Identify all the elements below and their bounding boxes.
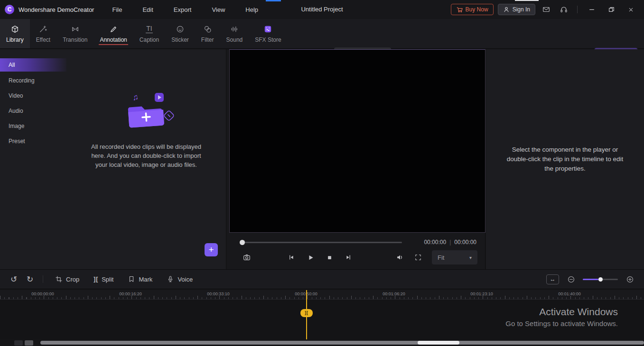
menu-help[interactable]: Help xyxy=(245,6,258,13)
app-logo-icon: C xyxy=(5,5,14,14)
tab-sticker[interactable]: Sticker xyxy=(165,19,195,48)
mark-button[interactable]: Mark xyxy=(121,272,159,286)
title-bar-left: C Wondershare DemoCreator File Edit Expo… xyxy=(0,5,258,14)
activate-windows-watermark: Activate Windows Go to Settings to activ… xyxy=(505,306,618,328)
sticker-icon xyxy=(176,25,185,34)
library-icon xyxy=(10,25,19,34)
seek-handle[interactable] xyxy=(240,240,245,245)
maximize-button[interactable] xyxy=(604,0,619,19)
menu-bar: File Edit Export View Help xyxy=(112,6,258,13)
chevron-down-icon: ▾ xyxy=(469,255,472,260)
minimize-button[interactable] xyxy=(584,0,599,19)
tab-library[interactable]: Library xyxy=(0,19,30,48)
transition-icon xyxy=(71,25,80,34)
menu-edit[interactable]: Edit xyxy=(142,6,153,13)
redo-button[interactable]: ↻ xyxy=(22,272,38,286)
sidebar-item-recording[interactable]: Recording xyxy=(0,73,66,88)
feature-tabs: Library Effect Transition Annotation TI … xyxy=(0,19,644,48)
tab-sfx-store[interactable]: SFX Store xyxy=(249,19,287,48)
next-frame-icon xyxy=(345,254,352,261)
filter-icon xyxy=(203,25,212,34)
svg-text:♫: ♫ xyxy=(131,92,139,102)
sfx-store-icon xyxy=(263,25,272,34)
timeline-toolbar: ↺ ↻ Crop ][ Split Mark Voice ↔ xyxy=(0,269,644,289)
zoom-out-button[interactable] xyxy=(566,274,576,284)
timeline-track-area[interactable]: Activate Windows Go to Settings to activ… xyxy=(0,300,644,339)
volume-icon xyxy=(396,253,404,262)
horizontal-scrollbar-track[interactable] xyxy=(40,341,644,345)
close-button[interactable] xyxy=(623,0,638,19)
next-frame-button[interactable] xyxy=(341,250,355,264)
top-accent-line xyxy=(266,0,281,1)
tab-filter[interactable]: Filter xyxy=(195,19,220,48)
fullscreen-icon xyxy=(414,254,422,261)
crop-button[interactable]: Crop xyxy=(48,272,86,286)
tab-label: Caption xyxy=(140,36,159,43)
previous-frame-icon xyxy=(288,254,295,261)
close-icon xyxy=(628,7,634,13)
sidebar-item-audio[interactable]: Audio xyxy=(0,103,66,118)
video-preview[interactable] xyxy=(229,49,485,233)
watermark-title: Activate Windows xyxy=(505,306,618,318)
fit-timeline-button[interactable]: ↔ xyxy=(546,274,559,284)
ruler-major-ticks xyxy=(0,296,644,299)
snapshot-button[interactable] xyxy=(240,250,254,264)
app-name: Wondershare DemoCreator xyxy=(19,6,94,13)
buy-now-label: Buy Now xyxy=(466,6,488,13)
headset-icon xyxy=(560,5,568,14)
microphone-icon xyxy=(167,275,174,283)
crop-icon xyxy=(55,275,63,283)
volume-button[interactable] xyxy=(393,250,407,264)
player-right-controls: Fit ▾ xyxy=(393,250,477,264)
zoom-in-button[interactable] xyxy=(625,274,635,284)
fit-label: Fit xyxy=(438,254,444,261)
menu-export[interactable]: Export xyxy=(174,6,192,13)
tab-effect[interactable]: Effect xyxy=(30,19,56,48)
split-icon: ][ xyxy=(93,276,98,282)
mail-button[interactable] xyxy=(540,3,553,16)
timeline-zoom-slider[interactable] xyxy=(583,279,618,280)
sign-in-button[interactable]: Sign In xyxy=(498,4,535,15)
fullscreen-button[interactable] xyxy=(411,250,425,264)
voice-button[interactable]: Voice xyxy=(159,272,200,286)
add-media-button[interactable]: + xyxy=(205,243,218,256)
undo-button[interactable]: ↺ xyxy=(6,272,22,286)
horizontal-scrollbar-thumb[interactable] xyxy=(418,341,459,345)
zoom-fit-select[interactable]: Fit ▾ xyxy=(432,250,477,264)
sidebar-item-all[interactable]: All xyxy=(0,58,66,72)
mark-label: Mark xyxy=(139,276,152,283)
watermark-subtitle: Go to Settings to activate Windows. xyxy=(505,319,618,328)
tab-annotation[interactable]: Annotation xyxy=(93,19,133,48)
library-empty-message: All recorded video clips will be display… xyxy=(90,142,203,169)
stop-button[interactable] xyxy=(322,250,336,264)
person-icon xyxy=(503,6,510,13)
window-controls-divider xyxy=(577,6,578,13)
zoom-slider-handle[interactable] xyxy=(598,277,603,282)
seek-bar[interactable] xyxy=(241,242,402,243)
tab-caption[interactable]: TI Caption xyxy=(133,19,165,48)
timeline-ruler[interactable]: 00:00:00:00 00:00:16:20 00:00:33:10 00:0… xyxy=(0,290,644,300)
stop-icon xyxy=(326,254,333,261)
timeline-scrollbar-area xyxy=(0,339,644,346)
effect-icon xyxy=(38,25,47,34)
support-button[interactable] xyxy=(557,3,570,16)
sign-in-label: Sign In xyxy=(513,6,530,13)
main-toolbar: Library Effect Transition Annotation TI … xyxy=(0,19,644,49)
zoom-out-icon xyxy=(567,275,575,283)
split-button[interactable]: ][ Split xyxy=(86,272,121,286)
mail-icon xyxy=(542,5,551,14)
tab-transition[interactable]: Transition xyxy=(56,19,93,48)
menu-file[interactable]: File xyxy=(112,6,122,13)
restore-icon xyxy=(608,6,615,13)
sidebar-item-video[interactable]: Video xyxy=(0,88,66,103)
playhead-handle[interactable]: ][ xyxy=(300,309,313,317)
tab-sound[interactable]: Sound xyxy=(220,19,249,48)
mark-icon xyxy=(128,275,135,283)
sidebar-item-image[interactable]: Image xyxy=(0,118,66,134)
zoom-slider-fill xyxy=(583,279,598,280)
menu-view[interactable]: View xyxy=(212,6,225,13)
previous-frame-button[interactable] xyxy=(284,250,299,264)
buy-now-button[interactable]: Buy Now xyxy=(451,4,494,15)
play-button[interactable] xyxy=(303,250,317,264)
sidebar-item-preset[interactable]: Preset xyxy=(0,134,66,149)
